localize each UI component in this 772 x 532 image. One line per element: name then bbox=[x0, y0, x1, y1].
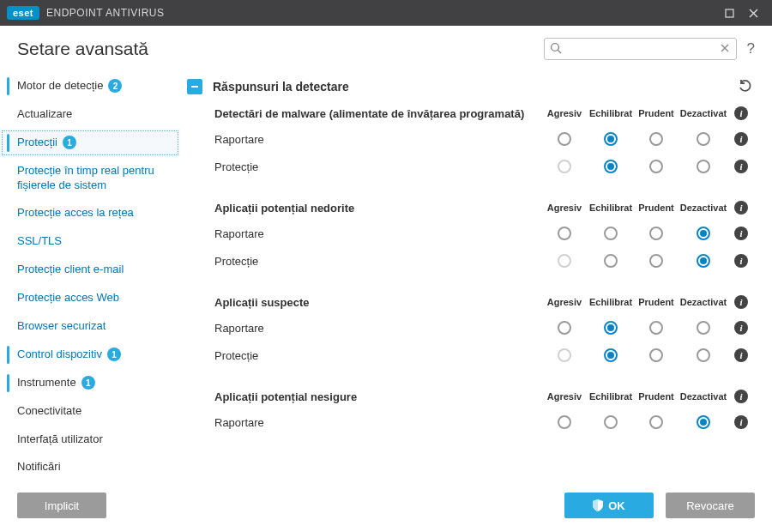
radio-option[interactable] bbox=[558, 321, 571, 335]
sidebar-item[interactable]: Protecție în timp real pentru fișierele … bbox=[0, 157, 180, 200]
info-icon[interactable]: i bbox=[734, 415, 748, 429]
group-header: Aplicații suspecteAgresivEchilibratPrude… bbox=[184, 290, 762, 314]
radio-option[interactable] bbox=[604, 160, 618, 173]
radio-option[interactable] bbox=[558, 415, 571, 429]
cancel-button[interactable]: Revocare bbox=[666, 493, 755, 518]
radio-option[interactable] bbox=[604, 415, 618, 429]
header: Setare avansată ? bbox=[0, 26, 772, 69]
sidebar-item[interactable]: Motor de detecție2 bbox=[0, 72, 180, 100]
setting-label: Raportare bbox=[214, 416, 542, 429]
svg-rect-2 bbox=[191, 86, 198, 88]
info-icon[interactable]: i bbox=[734, 254, 748, 268]
sidebar-item-label: Control dispozitiv bbox=[17, 348, 102, 362]
shield-icon bbox=[593, 499, 603, 511]
count-badge: 2 bbox=[108, 79, 122, 93]
window-close-button[interactable] bbox=[741, 0, 765, 26]
column-header: Agresiv bbox=[542, 391, 587, 402]
setting-row: Protecției bbox=[184, 153, 762, 180]
column-header: Agresiv bbox=[542, 203, 587, 213]
radio-option[interactable] bbox=[604, 227, 618, 240]
sidebar-item[interactable]: Protecție acces la rețea bbox=[0, 199, 180, 227]
radio-option[interactable] bbox=[649, 348, 663, 362]
radio-option[interactable] bbox=[604, 132, 618, 146]
sidebar-item[interactable]: Protecție client e-mail bbox=[0, 256, 180, 284]
column-header: Dezactivat bbox=[678, 391, 729, 402]
help-button[interactable]: ? bbox=[747, 40, 755, 57]
radio-option[interactable] bbox=[649, 321, 663, 335]
group-title: Detectări de malware (alimentate de învă… bbox=[214, 107, 542, 120]
radio-option[interactable] bbox=[697, 227, 710, 240]
setting-label: Protecție bbox=[214, 160, 542, 173]
ok-button[interactable]: OK bbox=[564, 493, 654, 518]
radio-option[interactable] bbox=[558, 132, 571, 146]
sidebar-item[interactable]: Control dispozitiv1 bbox=[0, 341, 180, 369]
radio-option[interactable] bbox=[697, 415, 710, 429]
info-icon[interactable]: i bbox=[734, 106, 748, 120]
info-icon[interactable]: i bbox=[734, 390, 748, 403]
info-icon[interactable]: i bbox=[734, 321, 748, 335]
sidebar-item[interactable]: Instrumente1 bbox=[0, 369, 180, 397]
radio-option[interactable] bbox=[604, 348, 618, 362]
sidebar-item[interactable]: Interfață utilizator bbox=[0, 426, 180, 454]
setting-label: Protecție bbox=[214, 349, 542, 362]
group-title: Aplicații suspecte bbox=[214, 296, 542, 309]
sidebar-item[interactable]: SSL/TLS bbox=[0, 227, 180, 256]
search-icon bbox=[549, 41, 563, 55]
ok-button-label: OK bbox=[608, 499, 625, 512]
default-button[interactable]: Implicit bbox=[17, 493, 106, 518]
section-header: Răspunsuri la detectare bbox=[184, 72, 762, 101]
radio-option bbox=[558, 348, 571, 362]
info-icon[interactable]: i bbox=[734, 348, 748, 362]
sidebar-item-label: Protecție acces Web bbox=[17, 291, 119, 305]
radio-option[interactable] bbox=[604, 254, 618, 268]
group-header: Aplicații potențial nesigureAgresivEchil… bbox=[184, 384, 762, 408]
minus-icon bbox=[190, 82, 199, 91]
section-title: Răspunsuri la detectare bbox=[213, 80, 738, 94]
search-clear-button[interactable] bbox=[718, 41, 732, 55]
radio-option[interactable] bbox=[604, 321, 618, 335]
sidebar-item[interactable]: Protecții1 bbox=[0, 129, 180, 157]
radio-option[interactable] bbox=[697, 348, 710, 362]
radio-option[interactable] bbox=[697, 160, 710, 173]
radio-option[interactable] bbox=[697, 132, 710, 146]
info-icon[interactable]: i bbox=[734, 201, 748, 215]
footer: Implicit OK Revocare bbox=[0, 482, 772, 529]
setting-row: Protecției bbox=[184, 342, 762, 369]
radio-option[interactable] bbox=[649, 227, 663, 240]
radio-option[interactable] bbox=[649, 132, 663, 146]
sidebar-item-label: Instrumente bbox=[17, 376, 76, 390]
count-badge: 1 bbox=[63, 136, 76, 149]
radio-option[interactable] bbox=[649, 160, 663, 173]
sidebar-item[interactable]: Browser securizat bbox=[0, 312, 180, 341]
info-icon[interactable]: i bbox=[734, 295, 748, 309]
column-header: Echilibrat bbox=[587, 108, 635, 118]
collapse-button[interactable] bbox=[187, 79, 202, 94]
group-header: Aplicații potențial nedoriteAgresivEchil… bbox=[184, 196, 762, 220]
radio-option[interactable] bbox=[697, 321, 710, 335]
info-icon[interactable]: i bbox=[734, 132, 748, 146]
sidebar-item-label: Protecție acces la rețea bbox=[17, 206, 134, 221]
info-icon[interactable]: i bbox=[734, 227, 748, 240]
sidebar-item-label: Browser securizat bbox=[17, 319, 106, 334]
radio-option[interactable] bbox=[649, 415, 663, 429]
page-title: Setare avansată bbox=[17, 39, 148, 59]
search-input[interactable] bbox=[544, 38, 737, 60]
radio-option[interactable] bbox=[558, 227, 571, 240]
sidebar-item[interactable]: Protecție acces Web bbox=[0, 284, 180, 312]
setting-label: Raportare bbox=[214, 322, 542, 335]
column-header: Prudent bbox=[635, 108, 678, 118]
window-maximize-button[interactable] bbox=[717, 0, 741, 26]
radio-option[interactable] bbox=[697, 254, 710, 268]
column-header: Dezactivat bbox=[678, 108, 729, 118]
main-panel: Răspunsuri la detectare Detectări de mal… bbox=[180, 69, 772, 482]
radio-option[interactable] bbox=[649, 254, 663, 268]
info-icon[interactable]: i bbox=[734, 160, 748, 173]
sidebar-item[interactable]: Actualizare bbox=[0, 100, 180, 129]
sidebar-item[interactable]: Conectivitate bbox=[0, 397, 180, 426]
group-title: Aplicații potențial nedorite bbox=[214, 202, 542, 215]
undo-button[interactable] bbox=[738, 79, 753, 94]
search-box bbox=[544, 38, 737, 60]
sidebar-item[interactable]: Notificări bbox=[0, 453, 180, 481]
setting-label: Raportare bbox=[214, 227, 542, 240]
column-header: Echilibrat bbox=[587, 297, 635, 307]
